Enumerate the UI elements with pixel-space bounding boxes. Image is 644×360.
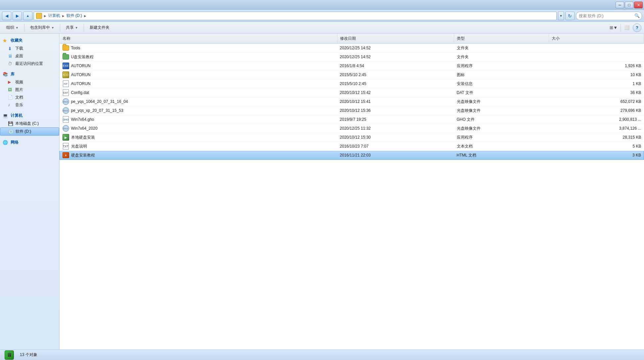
music-label: 音乐 [15, 102, 23, 108]
file-name-cell-7: ISO pe_yqs_1064_20_07_31_16_04 [60, 97, 337, 106]
refresh-button[interactable]: ↻ [565, 12, 575, 20]
favorites-header[interactable]: ★ 收藏夹 [0, 36, 59, 45]
file-name: U盘安装教程 [71, 54, 94, 60]
table-row[interactable]: ISO pe_yqs_xp_20_07_31_15_53 2020/10/12 … [60, 106, 644, 115]
status-bar: 🖥 13 个对象 [0, 349, 644, 360]
sidebar-item-desktop[interactable]: 🖥 桌面 [0, 52, 59, 60]
file-size-2 [549, 53, 644, 62]
minimize-button[interactable]: ─ [616, 2, 624, 8]
path-drive-d[interactable]: 软件 (D:) [66, 13, 82, 19]
toolbar-right: ⊞ ▼ ⬜ ? [608, 23, 641, 32]
file-modified-4: 2015/5/10 2:45 [337, 70, 454, 79]
file-size-9: 2,900,813 ... [549, 115, 644, 124]
video-icon: ▶ [8, 80, 14, 85]
file-name-cell-2: U盘安装教程 [60, 53, 337, 62]
sidebar-item-recent[interactable]: ⏱ 最近访问的位置 [0, 60, 59, 68]
close-button[interactable]: ✕ [634, 2, 643, 8]
file-size-12: 5 KB [549, 142, 644, 151]
include-button[interactable]: 包含到库中 ▼ [26, 23, 58, 32]
table-row[interactable]: U盘安装教程 2020/12/25 14:52 文件夹 [60, 53, 644, 62]
organize-button[interactable]: 组织 ▼ [3, 23, 22, 32]
file-name: pe_yqs_1064_20_07_31_16_04 [71, 99, 128, 104]
col-type[interactable]: 类型 [454, 34, 549, 44]
sidebar-item-doc[interactable]: 📄 文档 [0, 94, 59, 101]
file-size-3: 1,926 KB [549, 62, 644, 70]
file-name: 硬盘安装教程 [71, 153, 95, 158]
search-wrapper: 🔍 [576, 12, 642, 20]
dat-icon: DAT [63, 89, 69, 96]
sidebar-item-download[interactable]: ⬇ 下载 [0, 45, 59, 52]
search-icon[interactable]: 🔍 [634, 13, 640, 19]
library-header[interactable]: 📚 库 [0, 70, 59, 78]
col-modified[interactable]: 修改日期 [337, 34, 454, 44]
network-header[interactable]: 🌐 网络 [0, 138, 59, 147]
back-button[interactable]: ◀ [2, 12, 11, 20]
up-button[interactable]: ▲ [23, 12, 32, 20]
sidebar-item-drive-c[interactable]: 💾 本地磁盘 (C:) [0, 120, 59, 127]
path-computer[interactable]: 计算机 [48, 13, 60, 19]
file-name-cell-8: ISO pe_yqs_xp_20_07_31_15_53 [60, 106, 337, 115]
table-row[interactable]: ▶ 本地硬盘安装 2020/10/12 15:30 应用程序 28,315 KB [60, 133, 644, 142]
table-row[interactable]: TXT 光盘说明 2016/10/23 7:07 文本文档 5 KB [60, 142, 644, 151]
file-name: pe_yqs_xp_20_07_31_15_53 [71, 108, 123, 113]
computer-header[interactable]: 💻 计算机 [0, 112, 59, 120]
sidebar-item-image[interactable]: 🖼 图片 [0, 86, 59, 94]
view-toggle[interactable]: ⊞ ▼ [608, 23, 619, 32]
share-label: 共享 [66, 25, 74, 30]
sidebar-item-drive-d[interactable]: 💿 软件 (D:) [0, 127, 59, 136]
address-path: ► 计算机 ► 软件 (D:) ► [34, 12, 557, 20]
maximize-button[interactable]: □ [625, 2, 633, 8]
file-name-cell-11: ▶ 本地硬盘安装 [60, 133, 337, 142]
table-row[interactable]: DAT Config.dat 2020/10/12 15:42 DAT 文件 3… [60, 88, 644, 97]
download-label: 下载 [15, 46, 23, 51]
path-icon [36, 13, 42, 19]
file-size-7: 652,072 KB [549, 97, 644, 106]
table-row[interactable]: EXE AUTORUN 2016/1/8 4:54 应用程序 1,926 KB [60, 62, 644, 70]
file-name-cell-5: INF AUTORUN [60, 79, 337, 88]
file-modified-9: 2019/9/7 19:25 [337, 115, 454, 124]
exe-icon: EXE [63, 63, 69, 69]
recent-icon: ⏱ [8, 61, 14, 67]
table-row[interactable]: INF AUTORUN 2015/5/10 2:45 安装信息 1 KB [60, 79, 644, 88]
file-size-8: 279,696 KB [549, 106, 644, 115]
ico-icon: ICO [63, 71, 69, 78]
col-size[interactable]: 大小 [549, 34, 644, 44]
preview-toggle[interactable]: ⬜ [622, 23, 631, 32]
drive-c-icon: 💾 [8, 121, 14, 126]
file-size-5: 1 KB [549, 79, 644, 88]
favorites-icon: ★ [3, 38, 9, 43]
table-row[interactable]: ISO pe_yqs_1064_20_07_31_16_04 2020/10/1… [60, 97, 644, 106]
table-row[interactable]: GHO Win7x64.gho 2019/9/7 19:25 GHO 文件 2,… [60, 115, 644, 124]
file-size-13: 3 KB [549, 151, 644, 160]
file-size-4: 10 KB [549, 70, 644, 79]
table-header-row: 名称 修改日期 类型 大小 [60, 34, 644, 44]
address-dropdown[interactable]: ▼ [558, 12, 564, 20]
computer-icon: 💻 [3, 113, 9, 118]
file-name: Config.dat [71, 90, 89, 95]
desktop-icon: 🖥 [8, 54, 14, 59]
sidebar-item-music[interactable]: ♪ 音乐 [0, 101, 59, 109]
file-name-cell-4: ICO AUTORUN [60, 70, 337, 79]
txt-icon: TXT [63, 143, 69, 150]
file-type-5: 安装信息 [454, 79, 549, 88]
file-modified-10: 2020/12/25 11:32 [337, 124, 454, 133]
file-area: 名称 修改日期 类型 大小 Tools 2020/12/25 14:52 文件夹… [60, 34, 644, 349]
sidebar-item-video[interactable]: ▶ 视频 [0, 78, 59, 86]
new-folder-button[interactable]: 新建文件夹 [86, 23, 113, 32]
file-modified-3: 2016/1/8 4:54 [337, 62, 454, 70]
iso-icon: ISO [63, 98, 69, 105]
col-name[interactable]: 名称 [60, 34, 337, 44]
table-row[interactable]: e 硬盘安装教程 2016/11/21 22:03 HTML 文档 3 KB [60, 151, 644, 160]
include-arrow: ▼ [51, 26, 54, 29]
view-sep [621, 24, 621, 32]
table-row[interactable]: ISO Win7x64_2020 2020/12/25 11:32 光盘映像文件… [60, 124, 644, 133]
table-row[interactable]: Tools 2020/12/25 14:52 文件夹 [60, 44, 644, 53]
help-button[interactable]: ? [633, 23, 641, 32]
file-modified-5: 2015/5/10 2:45 [337, 79, 454, 88]
folder-icon [63, 45, 69, 51]
forward-button[interactable]: ▶ [13, 12, 22, 20]
table-row[interactable]: ICO AUTORUN 2015/5/10 2:45 图标 10 KB [60, 70, 644, 79]
share-button[interactable]: 共享 ▼ [62, 23, 82, 32]
search-input[interactable] [576, 12, 642, 20]
path-sep3: ► [83, 14, 87, 18]
